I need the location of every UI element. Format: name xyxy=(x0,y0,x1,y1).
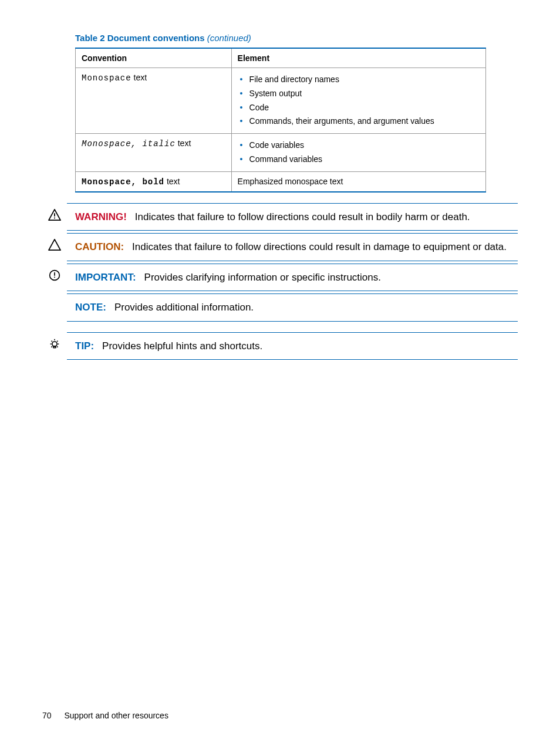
admonition-body: NOTE:Provides additional information. xyxy=(67,293,518,322)
table-row: Monospace text File and directory names … xyxy=(76,68,486,134)
admonition-text: Provides helpful hints and shortcuts. xyxy=(102,340,262,352)
table-row: Monospace, italic text Code variables Co… xyxy=(76,134,486,172)
caption-prefix: Table 2 Document conventions xyxy=(75,33,205,43)
svg-line-11 xyxy=(57,340,58,341)
caution-triangle-icon xyxy=(48,239,61,251)
list-item: Command variables xyxy=(240,153,480,167)
conv-tail: text xyxy=(164,177,180,186)
admonition: TIP:Provides helpful hints and shortcuts… xyxy=(42,332,518,360)
conventions-table: Convention Element Monospace text File a… xyxy=(75,48,486,193)
element-plain: Emphasized monospace text xyxy=(231,171,485,192)
admonition-label: IMPORTANT: xyxy=(75,272,136,283)
caption-suffix: (continued) xyxy=(207,33,251,43)
admonition-icon-slot xyxy=(42,264,67,281)
admonition-text: Provides clarifying information or speci… xyxy=(144,272,381,283)
admonition-text: Indicates that failure to follow directi… xyxy=(132,241,507,252)
svg-line-10 xyxy=(52,340,52,341)
admonition-body: TIP:Provides helpful hints and shortcuts… xyxy=(67,332,518,360)
footer-section: Support and other resources xyxy=(64,711,168,720)
col-header-element: Element xyxy=(231,48,485,68)
element-list: Code variables Command variables xyxy=(238,139,480,167)
admonition-label: TIP: xyxy=(75,340,94,352)
admonition-icon-slot xyxy=(42,203,67,221)
element-list: File and directory names System output C… xyxy=(238,73,480,129)
list-item: File and directory names xyxy=(240,73,480,87)
page-footer: 70 Support and other resources xyxy=(42,711,168,720)
tip-lightbulb-icon xyxy=(48,338,61,351)
admonition: CAUTION:Indicates that failure to follow… xyxy=(42,233,518,261)
admonition: IMPORTANT:Provides clarifying informatio… xyxy=(42,264,518,292)
svg-rect-4 xyxy=(54,276,55,278)
conv-tail: text xyxy=(176,139,191,148)
admonition-label: NOTE: xyxy=(75,302,106,313)
warning-triangle-bang-icon xyxy=(48,209,61,221)
admonitions: WARNING!Indicates that failure to follow… xyxy=(42,203,518,360)
admonition-body: CAUTION:Indicates that failure to follow… xyxy=(67,233,518,261)
list-item: Commands, their arguments, and argument … xyxy=(240,114,480,129)
svg-rect-1 xyxy=(54,217,55,218)
col-header-convention: Convention xyxy=(76,48,232,68)
svg-rect-6 xyxy=(53,346,56,348)
conv-tail: text xyxy=(131,73,147,82)
table-caption: Table 2 Document conventions (continued) xyxy=(75,33,518,43)
conv-mono: Monospace xyxy=(82,73,131,83)
important-circle-bang-icon xyxy=(49,269,60,281)
admonition-label: CAUTION: xyxy=(75,241,124,252)
list-item: System output xyxy=(240,87,480,101)
list-item: Code xyxy=(240,101,480,115)
svg-rect-0 xyxy=(54,213,55,216)
list-item: Code variables xyxy=(240,139,480,153)
table-row: Monospace, bold text Emphasized monospac… xyxy=(76,171,486,192)
admonition-icon-slot xyxy=(42,233,67,251)
conv-mono-italic: Monospace, italic xyxy=(82,139,176,148)
admonition-body: IMPORTANT:Provides clarifying informatio… xyxy=(67,264,518,292)
admonition: WARNING!Indicates that failure to follow… xyxy=(42,203,518,231)
svg-line-13 xyxy=(57,346,58,347)
admonition: NOTE:Provides additional information. xyxy=(42,293,518,322)
admonition-body: WARNING!Indicates that failure to follow… xyxy=(67,203,518,231)
admonition-text: Indicates that failure to follow directi… xyxy=(135,211,470,222)
admonition-text: Provides additional information. xyxy=(114,302,254,313)
conv-mono-bold: Monospace, bold xyxy=(82,177,164,187)
svg-rect-3 xyxy=(54,272,55,276)
admonition-label: WARNING! xyxy=(75,211,127,222)
admonition-icon-slot xyxy=(42,293,67,299)
page-number: 70 xyxy=(42,711,52,720)
admonition-icon-slot xyxy=(42,332,67,351)
svg-line-12 xyxy=(52,346,52,347)
